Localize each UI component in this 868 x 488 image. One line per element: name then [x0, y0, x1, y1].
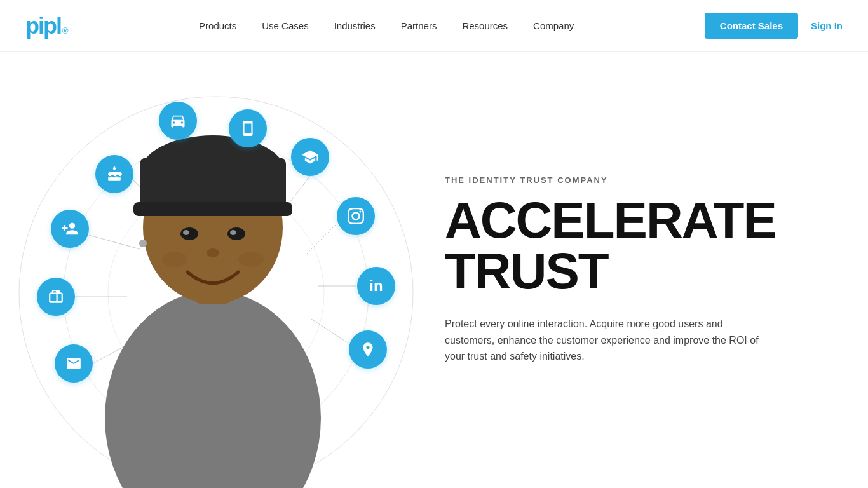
nav-links: Products Use Cases Industries Partners R… [199, 20, 574, 32]
svg-point-22 [230, 230, 236, 235]
hero-headline: ACCELERATE TRUST [445, 195, 830, 297]
nav-item-resources[interactable]: Resources [462, 20, 508, 32]
hero-content: THE IDENTITY TRUST COMPANY ACCELERATE TR… [419, 52, 868, 488]
nav-item-products[interactable]: Products [199, 20, 236, 32]
svg-point-23 [207, 248, 219, 257]
person-illustration [76, 62, 349, 488]
nav-item-company[interactable]: Company [533, 20, 574, 32]
hero-illustration: in [0, 52, 419, 488]
car-icon [159, 102, 197, 140]
svg-point-25 [162, 252, 187, 267]
birthday-icon [95, 155, 133, 193]
instagram-icon [337, 197, 375, 235]
people-icon [51, 210, 89, 248]
sign-in-button[interactable]: Sign In [811, 20, 843, 31]
briefcase-icon [37, 278, 75, 316]
hero-section: in [0, 52, 868, 488]
logo[interactable]: pipl ® [25, 13, 69, 39]
mail-icon [55, 344, 93, 383]
nav-item-use-cases[interactable]: Use Cases [262, 20, 308, 32]
nav-actions: Contact Sales Sign In [705, 13, 843, 39]
svg-point-13 [105, 291, 321, 488]
hero-eyebrow: THE IDENTITY TRUST COMPANY [445, 175, 830, 185]
navbar: pipl ® Products Use Cases Industries Par… [0, 0, 868, 52]
svg-rect-18 [133, 202, 292, 216]
svg-point-24 [139, 240, 147, 247]
svg-point-19 [180, 227, 198, 240]
location-icon [349, 330, 387, 369]
nav-item-industries[interactable]: Industries [334, 20, 376, 32]
linkedin-icon: in [357, 267, 395, 305]
phone-icon [229, 109, 267, 147]
svg-rect-17 [140, 158, 286, 208]
nav-item-partners[interactable]: Partners [401, 20, 437, 32]
svg-point-20 [227, 227, 245, 240]
hero-body: Protect every online interaction. Acquir… [445, 316, 763, 365]
svg-point-26 [238, 252, 264, 267]
graduation-icon [291, 138, 329, 176]
svg-point-21 [183, 230, 189, 235]
contact-sales-button[interactable]: Contact Sales [705, 13, 798, 39]
